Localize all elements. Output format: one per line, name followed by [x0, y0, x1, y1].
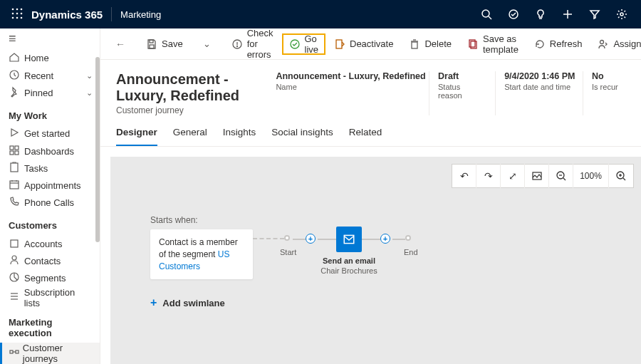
fit-button[interactable]: ⤢	[501, 164, 525, 188]
tab-general[interactable]: General	[173, 127, 207, 146]
flow-connector	[318, 239, 336, 240]
deactivate-button[interactable]: Deactivate	[327, 33, 400, 55]
start-node[interactable]	[284, 235, 290, 241]
top-actions	[473, 0, 635, 28]
tab-insights[interactable]: Insights	[223, 127, 256, 146]
zoom-out-button[interactable]	[549, 164, 573, 188]
email-tile[interactable]	[336, 227, 362, 252]
sidebar-item-accounts[interactable]: Accounts	[0, 235, 100, 252]
add-swimlane-label: Add swimlane	[162, 298, 224, 308]
svg-point-49	[600, 40, 604, 43]
minimap-button[interactable]	[525, 164, 549, 188]
task-icon[interactable]	[500, 0, 527, 28]
sidebar-section-marketing: Marketing execution	[0, 308, 100, 343]
app-launcher-icon[interactable]	[6, 8, 28, 21]
sidebar-item-pinned[interactable]: Pinned⌄	[0, 84, 100, 101]
tile-title: Send an email	[320, 256, 377, 265]
tab-related[interactable]: Related	[349, 127, 382, 146]
chevron-down-icon: ⌄	[86, 71, 93, 80]
svg-point-15	[620, 13, 623, 16]
header-field-name: Announcement - Luxury, RedefinedName	[276, 71, 417, 115]
cmd-label: Assign	[613, 38, 641, 49]
sidebar-scrollbar[interactable]	[95, 57, 100, 242]
svg-rect-22	[10, 181, 19, 189]
sidebar-label: Appointments	[24, 180, 81, 191]
sidebar-item-tasks[interactable]: Tasks	[0, 160, 100, 177]
designer-canvas[interactable]: ↶ ↷ ⤢ 100% Starts when: Contact is a mem…	[110, 157, 641, 364]
svg-rect-34	[10, 350, 13, 353]
settings-icon[interactable]	[608, 0, 635, 28]
search-icon[interactable]	[473, 0, 500, 28]
save-dropdown[interactable]: ⌄	[196, 33, 219, 55]
record-title: Announcement - Luxury, Redefined	[116, 71, 276, 104]
svg-rect-35	[16, 350, 19, 353]
back-button[interactable]: ←	[108, 33, 133, 55]
svg-rect-21	[11, 163, 18, 172]
header-fields: Announcement - Luxury, RedefinedName Dra…	[276, 71, 625, 115]
starts-when-label: Starts when:	[150, 215, 198, 225]
refresh-button[interactable]: Refresh	[527, 33, 590, 55]
svg-rect-19	[10, 151, 14, 155]
redo-button[interactable]: ↷	[476, 164, 501, 188]
sidebar-item-home[interactable]: Home	[0, 50, 100, 67]
sidebar-label: Segments	[24, 273, 66, 284]
svg-rect-43	[336, 40, 342, 48]
email-icon	[343, 233, 355, 246]
filter-icon[interactable]	[581, 0, 608, 28]
save-button[interactable]: Save	[139, 33, 190, 55]
cmd-label: Delete	[424, 38, 452, 49]
sidebar-item-journeys[interactable]: Customer journeys	[0, 343, 100, 364]
sidebar-item-contacts[interactable]: Contacts	[0, 252, 100, 269]
sidebar-item-getstarted[interactable]: Get started	[0, 125, 100, 142]
svg-rect-18	[15, 146, 19, 150]
end-node[interactable]	[405, 235, 411, 241]
svg-point-6	[12, 16, 14, 19]
svg-rect-26	[11, 240, 18, 247]
header-field-status: DraftStatus reason	[429, 71, 484, 115]
svg-rect-58	[344, 235, 354, 243]
sidebar-item-phonecalls[interactable]: Phone Calls	[0, 194, 100, 212]
sidebar-label: Recent	[24, 71, 53, 81]
save-template-button[interactable]: Save as template	[460, 33, 526, 55]
hamburger-button[interactable]: ≡	[0, 28, 100, 50]
sidebar-item-recent[interactable]: Recent⌄	[0, 67, 100, 84]
svg-point-41	[236, 46, 237, 46]
sidebar-item-segments[interactable]: Segments	[0, 270, 100, 287]
check-errors-button[interactable]: Check for errors	[224, 33, 281, 55]
svg-line-52	[563, 178, 566, 180]
delete-button[interactable]: Delete	[402, 33, 459, 55]
svg-rect-37	[150, 40, 153, 43]
sidebar-item-appointments[interactable]: Appointments	[0, 177, 100, 194]
sidebar-section-mywork: My Work	[0, 102, 100, 125]
start-label: Start	[280, 248, 296, 256]
add-node-button[interactable]: +	[380, 234, 390, 244]
form-tabs: Designer General Insights Social insight…	[100, 127, 641, 147]
assign-button[interactable]: Assign	[590, 33, 641, 55]
add-icon[interactable]	[554, 0, 581, 28]
zoom-in-button[interactable]	[609, 164, 633, 188]
sidebar-label: Subscription lists	[24, 287, 93, 308]
flow-connector	[392, 239, 405, 240]
sidebar-label: Contacts	[24, 256, 61, 266]
sidebar-label: Tasks	[24, 163, 48, 174]
sidebar-item-sublists[interactable]: Subscription lists	[0, 287, 100, 308]
add-node-button[interactable]: +	[306, 234, 316, 244]
go-live-button[interactable]: Go live	[282, 33, 326, 55]
svg-rect-44	[412, 42, 417, 48]
bulb-icon[interactable]	[527, 0, 554, 28]
shell: ≡ Home Recent⌄ Pinned⌄ My Work Get start…	[0, 28, 641, 364]
svg-point-42	[291, 40, 299, 48]
end-label: End	[404, 248, 418, 256]
svg-point-8	[21, 16, 23, 19]
sidebar-item-dashboards[interactable]: Dashboards	[0, 142, 100, 160]
zoom-level[interactable]: 100%	[573, 164, 609, 188]
segment-card[interactable]: Contact is a member of the segment US Cu…	[150, 229, 253, 279]
add-swimlane-button[interactable]: + Add swimlane	[150, 296, 225, 309]
flow-connector-dashed	[253, 238, 284, 239]
cmd-label: Check for errors	[247, 28, 273, 60]
plus-icon: +	[150, 296, 157, 309]
tab-designer[interactable]: Designer	[116, 127, 157, 146]
svg-point-2	[21, 8, 23, 10]
undo-button[interactable]: ↶	[452, 164, 476, 188]
tab-social-insights[interactable]: Social insights	[271, 127, 333, 146]
